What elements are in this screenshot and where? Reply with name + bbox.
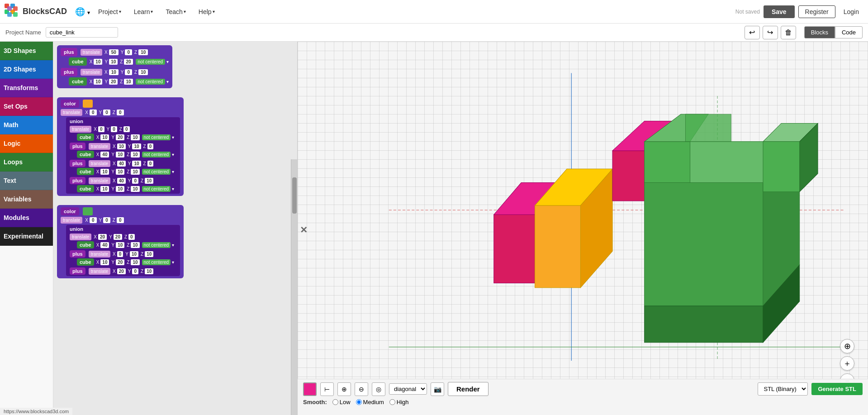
block-group-3: color translate X 0 Y 0 Z 0 union: [57, 205, 294, 278]
svg-marker-26: [763, 142, 800, 192]
block-group-2: color translate X 0 Y 0 Z 0: [57, 97, 294, 196]
navbar-right: Not saved Save Register Login: [735, 5, 863, 18]
svg-marker-31: [685, 114, 731, 142]
sidebar-item-math[interactable]: Math: [0, 116, 53, 134]
footer-url: https://www.blockscad3d.com: [0, 408, 72, 415]
green-cube-main: [645, 114, 818, 342]
render-button[interactable]: Render: [448, 382, 489, 396]
center-view-button[interactable]: ⊕: [840, 339, 854, 353]
view-toggle: Blocks Code: [804, 26, 863, 38]
nav-learn[interactable]: Learn ▾: [129, 5, 158, 18]
color-block-header: color: [61, 100, 79, 108]
nav-help[interactable]: Help ▾: [194, 5, 219, 18]
undo-button[interactable]: ↩: [745, 26, 760, 39]
zoom-in-button[interactable]: ＋: [840, 356, 854, 371]
sidebar-item-experimental[interactable]: Experimental: [0, 227, 53, 246]
svg-rect-6: [7, 12, 12, 17]
smooth-label: Smooth:: [303, 399, 327, 405]
sidebar-item-loops[interactable]: Loops: [0, 153, 53, 172]
learn-caret: ▾: [151, 9, 153, 14]
save-button[interactable]: Save: [764, 5, 795, 18]
undo-icon: ↩: [749, 28, 755, 37]
not-saved-label: Not saved: [735, 9, 760, 15]
sidebar-item-logic[interactable]: Logic: [0, 134, 53, 153]
svg-marker-21: [645, 183, 763, 306]
logo-text: BlocksCAD: [23, 7, 67, 16]
project-name-label: Project Name: [5, 29, 41, 36]
delete-button[interactable]: 🗑: [781, 26, 796, 39]
sidebar-item-modules[interactable]: Modules: [0, 209, 53, 227]
sidebar: 3D Shapes 2D Shapes Transforms Set Ops M…: [0, 42, 53, 415]
register-button[interactable]: Register: [798, 5, 835, 18]
block-group-1: plus translate X 50 Y 0 Z 10 cube X 10: [57, 45, 294, 88]
zoom-out-vp-button[interactable]: ⊖: [355, 382, 368, 396]
blocks-view-button[interactable]: Blocks: [804, 26, 835, 38]
viewport[interactable]: ✕ ⊕ ＋ － ⊢ ⊕ ⊖ ◎ diagonal top front side: [298, 42, 868, 415]
sidebar-item-2dshapes[interactable]: 2D Shapes: [0, 60, 53, 79]
svg-marker-29: [645, 142, 690, 183]
zoom-fit-button[interactable]: ⊕: [337, 382, 351, 396]
screenshot-button[interactable]: 📷: [431, 382, 444, 396]
main-layout: 3D Shapes 2D Shapes Transforms Set Ops M…: [0, 42, 868, 415]
code-view-button[interactable]: Code: [835, 26, 863, 38]
svg-marker-15: [535, 205, 581, 288]
smooth-medium-option[interactable]: Medium: [356, 399, 384, 405]
scrollbar-thumb[interactable]: [292, 177, 297, 214]
toolbar-icons: ↩ ↪ 🗑: [745, 26, 796, 39]
help-caret: ▾: [213, 9, 215, 14]
block-canvas[interactable]: plus translate X 50 Y 0 Z 10 cube X 10: [53, 42, 298, 415]
viewport-bottom: ⊢ ⊕ ⊖ ◎ diagonal top front side 📷 Render…: [298, 379, 868, 415]
trash-icon: 🗑: [785, 29, 792, 37]
smooth-low-option[interactable]: Low: [332, 399, 351, 405]
svg-rect-4: [7, 6, 12, 11]
svg-marker-27: [645, 306, 763, 343]
scene-svg: ✕: [298, 42, 868, 415]
project-caret: ▾: [119, 9, 121, 14]
logo-icon: [5, 4, 21, 20]
redo-icon: ↪: [767, 28, 773, 37]
sidebar-item-setops[interactable]: Set Ops: [0, 97, 53, 116]
stl-format-select[interactable]: STL (Binary) STL (ASCII) OpenSCAD: [758, 382, 808, 396]
cube-block-1: cube: [69, 57, 87, 66]
project-bar: Project Name ↩ ↪ 🗑 Blocks Code: [0, 24, 868, 42]
logo[interactable]: BlocksCAD: [5, 4, 67, 20]
block-canvas-scrollbar[interactable]: [291, 159, 297, 415]
plus-block-1: plus: [61, 48, 77, 56]
teach-caret: ▾: [184, 9, 186, 14]
redo-button[interactable]: ↪: [763, 26, 778, 39]
svg-rect-5: [13, 6, 18, 11]
svg-rect-7: [13, 12, 18, 17]
measure-icon-button[interactable]: ⊢: [320, 382, 334, 396]
sidebar-item-3dshapes[interactable]: 3D Shapes: [0, 42, 53, 60]
color-picker-swatch[interactable]: [303, 382, 317, 396]
reset-view-button[interactable]: ◎: [372, 382, 385, 396]
svg-marker-12: [494, 215, 535, 283]
project-name-input[interactable]: [46, 27, 118, 38]
generate-stl-button[interactable]: Generate STL: [811, 383, 863, 395]
smooth-high-option[interactable]: High: [389, 399, 409, 405]
sidebar-item-transforms[interactable]: Transforms: [0, 79, 53, 97]
color-swatch-green: [83, 207, 93, 215]
nav-project[interactable]: Project ▾: [94, 5, 126, 18]
nav-teach[interactable]: Teach ▾: [161, 5, 190, 18]
sidebar-item-variables[interactable]: Variables: [0, 190, 53, 209]
blocks-area: plus translate X 50 Y 0 Z 10 cube X 10: [53, 42, 297, 282]
x-axis-label: ✕: [300, 225, 308, 235]
diagonal-select[interactable]: diagonal top front side: [389, 383, 427, 395]
login-button[interactable]: Login: [839, 6, 863, 18]
navbar: BlocksCAD 🌐 ▾ Project ▾ Learn ▾ Teach ▾ …: [0, 0, 868, 24]
color-swatch-orange: [83, 100, 93, 108]
sidebar-item-text[interactable]: Text: [0, 172, 53, 190]
globe-icon[interactable]: 🌐 ▾: [75, 7, 90, 17]
